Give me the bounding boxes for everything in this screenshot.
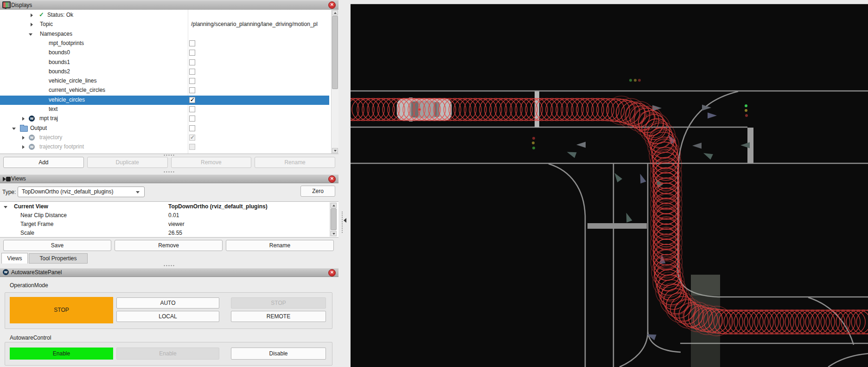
- tab-views[interactable]: Views: [1, 253, 28, 264]
- lane-direction-arrow-icon: [692, 143, 702, 149]
- displays-tree[interactable]: ✓Status: OkTopic/planning/scenario_plann…: [0, 10, 338, 154]
- tree-row-trajectory[interactable]: wtrajectory: [0, 133, 329, 142]
- resize-handle[interactable]: [163, 171, 175, 173]
- tree-row-checkbox[interactable]: [189, 125, 195, 131]
- expand-icon[interactable]: [22, 117, 25, 121]
- property-row-current-view[interactable]: Current ViewTopDownOrtho (rviz_default_p…: [0, 203, 329, 212]
- traffic-light-dot: [629, 79, 632, 82]
- operation-mode-label: OperationMode: [10, 282, 48, 289]
- stop-mode-disabled-button: STOP: [231, 297, 326, 309]
- resize-handle[interactable]: [163, 155, 175, 156]
- render-viewport[interactable]: [351, 0, 868, 367]
- view-props-scrollbar[interactable]: [330, 202, 337, 237]
- tree-row-checkbox[interactable]: [189, 116, 195, 122]
- tree-row-label: text: [49, 106, 57, 112]
- tree-row-mpt-footprints[interactable]: mpt_footprints: [0, 39, 329, 48]
- traffic-light-dot: [745, 109, 747, 112]
- expand-icon[interactable]: [31, 13, 33, 17]
- tree-row-bounds2[interactable]: bounds2: [0, 67, 329, 77]
- property-value[interactable]: 26.55: [168, 230, 182, 236]
- property-row-scale[interactable]: Scale26.55: [0, 229, 329, 238]
- property-value[interactable]: 0.01: [168, 212, 179, 219]
- tree-row-checkbox[interactable]: [189, 97, 195, 103]
- property-row-near-clip-distance[interactable]: Near Clip Distance0.01: [0, 212, 329, 220]
- property-name: Near Clip Distance: [20, 212, 67, 219]
- lane-direction-arrow-icon: [637, 173, 646, 183]
- tree-row-checkbox[interactable]: [189, 87, 195, 93]
- displays-scrollbar-thumb[interactable]: [332, 16, 338, 89]
- tree-row-checkbox[interactable]: [189, 135, 195, 141]
- traffic-light-dot: [638, 79, 641, 82]
- scroll-up-icon[interactable]: [331, 203, 337, 208]
- view-type-dropdown[interactable]: TopDownOrtho (rviz_default_plugins): [18, 187, 145, 197]
- tree-row-status-ok[interactable]: ✓Status: Ok: [0, 11, 329, 20]
- scene-canvas[interactable]: [351, 4, 868, 367]
- tree-row-checkbox[interactable]: [189, 78, 195, 84]
- property-value[interactable]: TopDownOrtho (rviz_default_plugins): [168, 203, 268, 210]
- stop-mode-active-button[interactable]: STOP: [10, 297, 113, 323]
- expand-icon[interactable]: [31, 23, 33, 26]
- views-rename-button[interactable]: Rename: [226, 240, 334, 251]
- zero-button[interactable]: Zero: [300, 186, 335, 197]
- expand-icon[interactable]: [22, 145, 25, 149]
- tree-row-checkbox[interactable]: [189, 59, 195, 65]
- local-mode-button[interactable]: LOCAL: [116, 311, 219, 322]
- displays-remove-button: Remove: [171, 157, 252, 168]
- collapse-icon[interactable]: [4, 206, 7, 208]
- autoware-close-icon[interactable]: ✕: [328, 269, 336, 277]
- scroll-down-icon[interactable]: [332, 148, 338, 153]
- remote-mode-button[interactable]: REMOTE: [231, 311, 326, 322]
- tab-tool-properties[interactable]: Tool Properties: [29, 253, 88, 264]
- topic-value[interactable]: /planning/scenario_planning/lane_driving…: [191, 21, 328, 27]
- tree-row-checkbox[interactable]: [189, 40, 195, 46]
- tree-row-checkbox[interactable]: [189, 144, 195, 150]
- current-view-properties[interactable]: Current ViewTopDownOrtho (rviz_default_p…: [0, 201, 338, 238]
- panel-splitter[interactable]: [338, 0, 351, 367]
- type-label: Type:: [2, 189, 16, 195]
- property-name: Current View: [14, 203, 48, 210]
- views-close-icon[interactable]: ✕: [328, 175, 336, 183]
- disable-control-button[interactable]: Disable: [231, 348, 326, 360]
- expand-icon[interactable]: [22, 136, 25, 140]
- views-buttons: SaveRemoveRename: [3, 240, 334, 251]
- tree-row-checkbox[interactable]: [189, 106, 195, 112]
- view-props-scrollbar-thumb[interactable]: [331, 208, 337, 230]
- tree-row-label: Status: Ok: [47, 12, 73, 18]
- tree-row-vehicle-circle-lines[interactable]: vehicle_circle_lines: [0, 77, 329, 86]
- tree-row-trajectory-footprint[interactable]: wtrajectory footprint: [0, 142, 329, 152]
- displays-scrollbar[interactable]: [331, 10, 338, 154]
- scroll-up-icon[interactable]: [332, 10, 338, 15]
- property-name: Scale: [20, 230, 34, 236]
- enable-control-active-button[interactable]: Enable: [10, 348, 113, 360]
- collapse-left-icon[interactable]: [344, 218, 346, 223]
- road-line: [549, 164, 585, 367]
- tree-row-checkbox[interactable]: [189, 69, 195, 75]
- displays-add-button[interactable]: Add: [3, 157, 84, 168]
- tree-row-current-vehicle-circles[interactable]: current_vehicle_circles: [0, 86, 329, 95]
- collapse-icon[interactable]: [29, 33, 32, 36]
- property-value[interactable]: viewer: [168, 221, 185, 227]
- tree-row-vehicle-circles[interactable]: vehicle_circles: [0, 96, 329, 105]
- tree-row-checkbox[interactable]: [189, 50, 195, 56]
- tree-row-topic[interactable]: Topic/planning/scenario_planning/lane_dr…: [0, 20, 329, 29]
- property-row-target-frame[interactable]: Target Frameviewer: [0, 220, 329, 229]
- tree-row-mpt-traj[interactable]: wmpt traj: [0, 114, 329, 123]
- tree-row-label: bounds0: [49, 49, 70, 56]
- lane-direction-arrow-icon: [566, 149, 576, 158]
- tree-row-namespaces[interactable]: Namespaces: [0, 30, 329, 39]
- views-remove-button[interactable]: Remove: [115, 240, 223, 251]
- tree-row-output[interactable]: Output: [0, 124, 329, 133]
- tree-row-text[interactable]: text: [0, 105, 329, 114]
- tree-row-label: trajectory footprint: [39, 143, 84, 150]
- displays-close-icon[interactable]: ✕: [328, 1, 336, 9]
- auto-mode-button[interactable]: AUTO: [116, 297, 219, 309]
- tree-row-label: bounds2: [49, 68, 70, 75]
- tree-row-label: bounds1: [49, 59, 70, 65]
- collapse-icon[interactable]: [12, 128, 16, 130]
- resize-handle[interactable]: [163, 265, 175, 266]
- views-save-button[interactable]: Save: [3, 240, 111, 251]
- tree-row-bounds0[interactable]: bounds0: [0, 48, 329, 58]
- scroll-down-icon[interactable]: [331, 231, 337, 236]
- tree-row-bounds1[interactable]: bounds1: [0, 58, 329, 67]
- autoware-panel-titlebar: w AutowareStatePanel ✕: [0, 268, 338, 277]
